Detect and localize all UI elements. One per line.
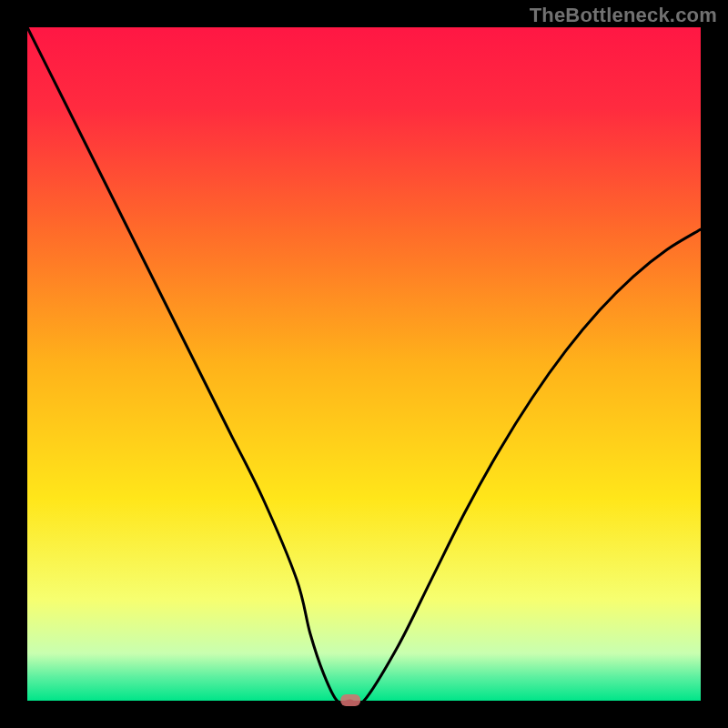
plot-background: [27, 27, 701, 701]
chart-frame: TheBottleneck.com: [0, 0, 728, 728]
bottleneck-chart: [0, 0, 728, 728]
optimal-marker: [340, 694, 360, 706]
watermark-text: TheBottleneck.com: [530, 4, 717, 27]
